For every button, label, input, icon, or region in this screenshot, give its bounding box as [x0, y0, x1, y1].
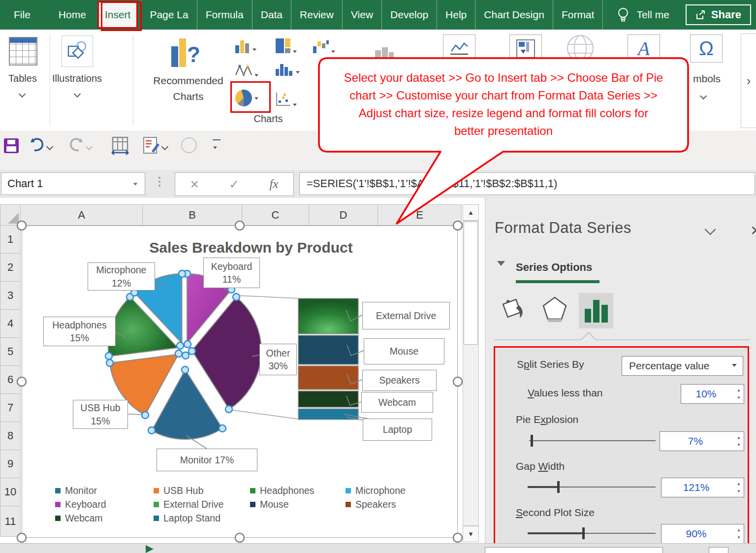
label-speakers[interactable]: Speakers [362, 370, 437, 391]
sparkline-icon[interactable] [443, 34, 475, 63]
label-mouse[interactable]: Mouse [364, 338, 444, 364]
label-monitor[interactable]: Monitor 17% [157, 449, 257, 471]
customize-toolbar-icon[interactable] [213, 139, 220, 151]
name-box[interactable]: Chart 1 [1, 172, 145, 195]
row-header-6[interactable]: 6 [0, 366, 21, 394]
spinner-arrows[interactable]: ▲▼ [737, 436, 741, 447]
row-header-2[interactable]: 2 [0, 254, 21, 282]
legend-mouse[interactable]: Mouse [250, 499, 289, 510]
panel-close-icon[interactable]: ✕ [750, 223, 756, 239]
gap-width-spinner[interactable]: 121% ▲▼ [661, 478, 744, 497]
tell-me[interactable]: Tell me [617, 6, 669, 23]
pivotchart-icon[interactable] [509, 34, 542, 63]
label-usb-hub[interactable]: USB Hub15% [73, 400, 128, 429]
fill-line-tab-icon[interactable] [501, 295, 527, 326]
histogram-chart-icon[interactable] [276, 64, 300, 76]
share-button[interactable]: Share [686, 4, 751, 25]
label-keyboard[interactable]: Keyboard11% [203, 258, 260, 288]
tab-chart-design[interactable]: Chart Design [475, 0, 553, 30]
status-bar-small-box[interactable] [709, 547, 728, 553]
legend-keyboard[interactable]: Keyboard [55, 499, 106, 510]
save-icon[interactable] [4, 138, 19, 153]
label-other[interactable]: Other30% [259, 344, 297, 375]
chart-title[interactable]: Sales Breakdown by Product [133, 239, 369, 256]
illustrations-dropdown-chevron[interactable] [75, 90, 80, 98]
select-all-corner[interactable] [0, 204, 21, 226]
tab-format[interactable]: Format [553, 0, 603, 30]
form-edit-icon[interactable] [142, 136, 160, 157]
scroll-up-arrow[interactable]: ▲ [463, 204, 479, 221]
label-microphone[interactable]: Microphone12% [88, 262, 155, 291]
row-header-10[interactable]: 10 [0, 478, 21, 506]
row-header-4[interactable]: 4 [0, 310, 21, 338]
symbols-dropdown-chevron[interactable] [701, 92, 706, 100]
tab-page-layout[interactable]: Page La [141, 0, 196, 30]
vertical-scrollbar-thumb[interactable] [464, 222, 478, 345]
tab-home[interactable]: Home [50, 0, 94, 30]
values-less-than-spinner[interactable]: 10% ▲▼ [681, 384, 744, 404]
legend-usb-hub[interactable]: USB Hub [154, 485, 203, 496]
label-external-drive[interactable]: External Drive [362, 302, 450, 329]
tab-view[interactable]: View [342, 0, 381, 30]
effects-tab-icon[interactable] [541, 295, 568, 326]
series-options-collapse-icon[interactable] [497, 266, 505, 275]
form-edit-dropdown-chevron[interactable] [162, 142, 167, 151]
tables-dropdown-chevron[interactable] [20, 90, 25, 98]
funnel-chart-icon[interactable] [373, 43, 395, 63]
formula-bar-resize-handle[interactable] [158, 177, 160, 187]
hierarchy-chart-icon[interactable] [276, 38, 297, 55]
row-header-5[interactable]: 5 [0, 338, 21, 366]
second-plot-size-slider-thumb[interactable] [582, 527, 585, 539]
tab-review[interactable]: Review [291, 0, 342, 30]
column-header-a[interactable]: A [21, 204, 143, 226]
legend-microphone[interactable]: Microphone [346, 485, 406, 496]
column-header-e[interactable]: E [378, 204, 462, 226]
legend-laptop-stand[interactable]: Laptop Stand [154, 513, 220, 524]
label-headphones[interactable]: Headphones15% [43, 317, 116, 346]
tab-help[interactable]: Help [437, 0, 475, 30]
symbols-label[interactable]: mbols [687, 73, 726, 85]
label-laptop[interactable]: Laptop [363, 419, 432, 441]
column-header-b[interactable]: B [143, 204, 242, 226]
row-header-8[interactable]: 8 [0, 422, 21, 450]
spinner-arrows[interactable]: ▲▼ [737, 482, 741, 493]
row-header-11[interactable]: 11 [0, 506, 21, 537]
series-options-label[interactable]: Series Options [516, 261, 592, 274]
column-chart-icon[interactable] [235, 40, 257, 53]
scroll-down-arrow[interactable]: ▼ [463, 526, 479, 542]
pie-explosion-slider-thumb[interactable] [531, 435, 533, 447]
maps-icon[interactable] [565, 33, 596, 65]
undo-dropdown-chevron[interactable] [47, 142, 52, 151]
legend-external-drive[interactable]: External Drive [154, 499, 223, 510]
illustrations-label[interactable]: Illustrations [52, 73, 102, 84]
recommended-charts-label[interactable]: RecommendedCharts [143, 75, 234, 102]
fx-icon[interactable]: fx [269, 177, 278, 191]
redo-dropdown-chevron[interactable] [87, 142, 92, 151]
shape-tool-icon[interactable] [181, 137, 197, 153]
pie-explosion-spinner[interactable]: 7% ▲▼ [660, 431, 744, 451]
status-bar-box[interactable] [485, 547, 663, 553]
legend-headphones[interactable]: Headphones [250, 485, 315, 496]
column-header-c[interactable]: C [242, 204, 309, 226]
line-chart-icon[interactable] [235, 64, 259, 79]
row-header-7[interactable]: 7 [0, 394, 21, 422]
second-plot-size-spinner[interactable]: 90% ▲▼ [661, 524, 744, 544]
legend-monitor[interactable]: Monitor [55, 485, 97, 496]
spinner-arrows[interactable]: ▲▼ [737, 528, 741, 540]
gap-width-slider-thumb[interactable] [557, 481, 560, 493]
ribbon-expand-button[interactable]: › [741, 33, 756, 128]
waterfall-chart-icon[interactable] [313, 40, 336, 55]
label-webcam[interactable]: Webcam [361, 392, 433, 413]
row-header-1[interactable]: 1 [0, 226, 21, 254]
split-series-by-dropdown[interactable]: Percentage value [622, 356, 743, 376]
tab-data[interactable]: Data [252, 0, 291, 30]
illustrations-icon[interactable] [62, 35, 93, 67]
column-header-d[interactable]: D [309, 204, 378, 226]
text-icon[interactable]: A [628, 34, 660, 63]
recommended-charts-icon[interactable]: ? [171, 38, 200, 67]
formula-input[interactable]: =SERIES('1'!$B$1,'1'!$A$2:$A$11,'1'!$B$2… [299, 172, 755, 195]
sheet-tab-indicator[interactable] [146, 545, 154, 553]
tab-developer[interactable]: Develop [381, 0, 437, 30]
row-header-3[interactable]: 3 [0, 282, 21, 310]
tables-icon[interactable] [9, 37, 37, 65]
